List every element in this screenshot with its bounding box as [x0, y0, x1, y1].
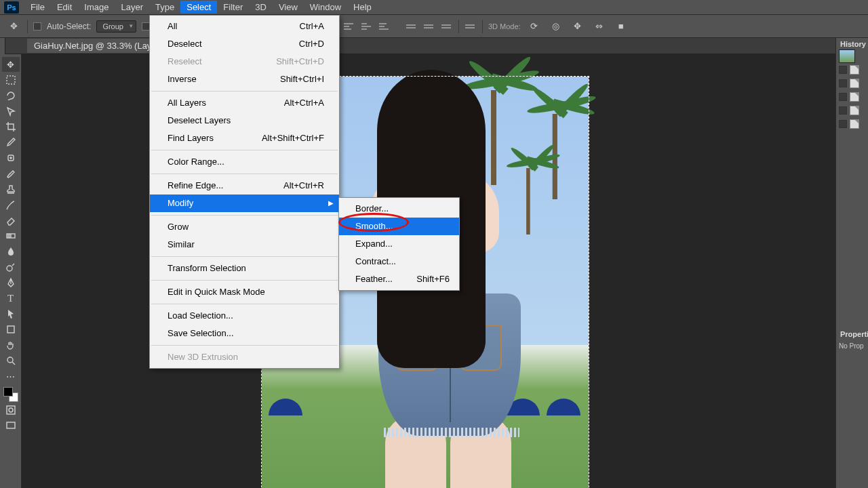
history-state[interactable]: [836, 63, 868, 77]
history-thumbnail-icon: [839, 49, 855, 63]
blur-tool[interactable]: [2, 244, 20, 259]
right-panels: History Propertie No Prop: [835, 38, 868, 488]
history-state[interactable]: [836, 77, 868, 90]
menu-item-transform-selection[interactable]: Transform Selection: [150, 260, 339, 277]
distribute-icon[interactable]: [465, 20, 477, 33]
option-bar: ✥ Auto-Select: Group 3D Mode: ⟳ ◎ ✥ ⇔ ■: [0, 15, 868, 38]
tools-panel: ✥ T ⋯: [0, 54, 22, 488]
align-right-icon[interactable]: [441, 20, 453, 33]
menu-item-inverse[interactable]: InverseShift+Ctrl+I: [150, 70, 339, 88]
menu-window[interactable]: Window: [304, 1, 347, 14]
3d-mode-label: 3D Mode:: [488, 22, 521, 30]
menu-item-save-selection[interactable]: Save Selection...: [150, 325, 339, 342]
crop-tool[interactable]: [2, 119, 20, 134]
submenu-item-border[interactable]: Border...: [339, 200, 459, 218]
type-tool[interactable]: T: [2, 291, 20, 306]
align-vcenter-icon[interactable]: [361, 20, 373, 33]
menu-filter[interactable]: Filter: [217, 1, 249, 14]
history-state[interactable]: [836, 117, 868, 131]
align-hcenter-icon[interactable]: [423, 20, 435, 33]
history-state[interactable]: [836, 49, 868, 63]
menu-item-reselect: ReselectShift+Ctrl+D: [150, 53, 339, 70]
3d-orbit-icon[interactable]: ⟳: [526, 18, 542, 35]
edit-toolbar[interactable]: ⋯: [2, 369, 20, 384]
menu-item-refine-edge[interactable]: Refine Edge...Alt+Ctrl+R: [150, 177, 339, 195]
menu-item-all[interactable]: AllCtrl+A: [150, 18, 339, 35]
menu-item-similar[interactable]: Similar: [150, 236, 339, 253]
path-select-tool[interactable]: [2, 306, 20, 321]
submenu-arrow-icon: ▶: [328, 197, 334, 210]
heal-tool[interactable]: [2, 150, 20, 165]
move-tool[interactable]: ✥: [2, 57, 20, 72]
shape-tool[interactable]: [2, 322, 20, 337]
history-brush-tool[interactable]: [2, 197, 20, 212]
menu-item-modify[interactable]: Modify▶: [150, 195, 339, 212]
brush-tool[interactable]: [2, 166, 20, 181]
page-icon: [850, 92, 859, 102]
page-icon: [850, 119, 859, 129]
screen-mode[interactable]: [2, 418, 20, 433]
menu-item-grow[interactable]: Grow: [150, 218, 339, 236]
menubar: Ps File Edit Image Layer Type Select Fil…: [0, 0, 868, 15]
quick-select-tool[interactable]: [2, 104, 20, 119]
menu-select[interactable]: Select: [180, 1, 217, 14]
menu-item-all-layers[interactable]: All LayersAlt+Ctrl+A: [150, 94, 339, 112]
3d-slide-icon[interactable]: ⇔: [591, 18, 608, 35]
move-tool-icon: ✥: [5, 18, 22, 35]
3d-roll-icon[interactable]: ◎: [548, 18, 564, 35]
document-tabs: GiaHuy.Net.jpg @ 33.3% (Layer 0, R ×: [0, 38, 868, 54]
modify-submenu-panel: Border...Smooth...Expand...Contract...Fe…: [338, 197, 460, 291]
panel-flyout[interactable]: [0, 38, 5, 54]
properties-empty-label: No Prop: [836, 340, 868, 352]
svg-rect-4: [7, 326, 14, 333]
svg-point-3: [7, 266, 12, 271]
menu-help[interactable]: Help: [347, 1, 378, 14]
zoom-tool[interactable]: [2, 353, 20, 368]
hand-tool[interactable]: [2, 338, 20, 352]
marquee-tool[interactable]: [2, 73, 20, 87]
stamp-tool[interactable]: [2, 182, 20, 197]
menu-item-deselect[interactable]: DeselectCtrl+D: [150, 35, 339, 53]
svg-rect-8: [7, 422, 15, 428]
menu-layer[interactable]: Layer: [115, 1, 150, 14]
gradient-tool[interactable]: [2, 228, 20, 243]
eyedropper-tool[interactable]: [2, 135, 20, 150]
eraser-tool[interactable]: [2, 213, 20, 228]
app-logo: Ps: [4, 1, 19, 14]
3d-pan-icon[interactable]: ✥: [570, 18, 586, 35]
quickmask-toggle[interactable]: [2, 403, 20, 418]
align-left-icon[interactable]: [406, 20, 418, 33]
history-panel-tab[interactable]: History: [836, 38, 868, 49]
history-state[interactable]: [836, 104, 868, 117]
menu-3d[interactable]: 3D: [249, 1, 273, 14]
submenu-item-expand[interactable]: Expand...: [339, 235, 459, 253]
pen-tool[interactable]: [2, 275, 20, 290]
menu-item-deselect-layers[interactable]: Deselect Layers: [150, 112, 339, 129]
menu-type[interactable]: Type: [149, 1, 180, 14]
align-bottom-icon[interactable]: [378, 20, 391, 33]
history-state[interactable]: [836, 90, 868, 104]
page-icon: [850, 65, 859, 75]
menu-image[interactable]: Image: [78, 1, 115, 14]
lasso-tool[interactable]: [2, 88, 20, 103]
svg-point-7: [9, 408, 13, 412]
menu-item-color-range[interactable]: Color Range...: [150, 153, 339, 171]
properties-panel-tab[interactable]: Propertie: [836, 328, 868, 340]
dodge-tool[interactable]: [2, 260, 20, 274]
menu-view[interactable]: View: [273, 1, 304, 14]
submenu-item-contract[interactable]: Contract...: [339, 253, 459, 270]
menu-item-load-selection[interactable]: Load Selection...: [150, 307, 339, 325]
3d-zoom-icon[interactable]: ■: [613, 18, 629, 35]
color-swatch[interactable]: [3, 387, 18, 402]
svg-point-5: [7, 357, 13, 363]
menu-item-find-layers[interactable]: Find LayersAlt+Shift+Ctrl+F: [150, 129, 339, 147]
auto-select-dropdown[interactable]: Group: [96, 20, 136, 33]
submenu-item-feather[interactable]: Feather...Shift+F6: [339, 270, 459, 288]
align-top-icon[interactable]: [343, 20, 355, 33]
auto-select-checkbox[interactable]: [33, 22, 41, 30]
menu-item-edit-in-quick-mask-mode[interactable]: Edit in Quick Mask Mode: [150, 283, 339, 301]
menu-edit[interactable]: Edit: [51, 1, 78, 14]
submenu-item-smooth[interactable]: Smooth...: [339, 218, 459, 235]
separator: [27, 20, 28, 33]
menu-file[interactable]: File: [24, 1, 51, 14]
